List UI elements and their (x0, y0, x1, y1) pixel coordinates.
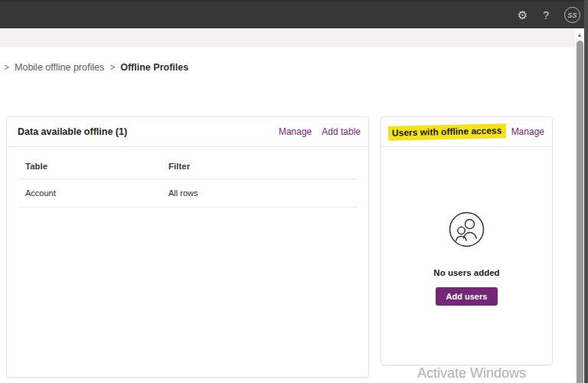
data-card-header: Data available offline (1) Manage Add ta… (7, 117, 368, 147)
users-offline-access-card: Users with offline access Manage No user… (381, 116, 553, 365)
table-row[interactable]: Account All rows (18, 179, 358, 208)
data-card-title: Data available offline (1) (18, 126, 127, 137)
users-card-title-highlighted: Users with offline access (388, 123, 507, 140)
offline-tables-table: Table Filter Account All rows (18, 147, 358, 208)
chevron-right-icon: > (4, 62, 9, 73)
users-empty-state: No users added Add users (381, 147, 552, 306)
column-header-table: Table (25, 162, 168, 171)
people-icon (449, 211, 485, 250)
data-available-offline-card: Data available offline (1) Manage Add ta… (6, 116, 369, 378)
settings-gear-icon[interactable]: ⚙ (518, 9, 528, 21)
users-card-header: Users with offline access Manage (381, 117, 552, 147)
add-table-link[interactable]: Add table (322, 126, 361, 137)
top-bar: ⚙ ? SS (0, 0, 588, 28)
avatar[interactable]: SS (564, 7, 580, 23)
header-subband (0, 28, 576, 47)
scroll-up-icon[interactable]: ▲ (575, 32, 584, 38)
vertical-scrollbar-thumb[interactable] (577, 41, 583, 383)
manage-users-link[interactable]: Manage (511, 126, 544, 137)
breadcrumb: > Mobile offline profiles > Offline Prof… (4, 62, 188, 73)
no-users-message: No users added (433, 268, 499, 277)
help-icon[interactable]: ? (543, 10, 549, 21)
window-right-edge (584, 0, 588, 383)
add-users-button[interactable]: Add users (436, 287, 498, 306)
chevron-right-icon: > (109, 62, 115, 73)
activate-windows-watermark: Activate Windows (417, 365, 526, 381)
breadcrumb-item-offline-profiles: Offline Profiles (120, 62, 188, 73)
manage-tables-link[interactable]: Manage (279, 126, 312, 137)
column-header-filter: Filter (168, 162, 350, 171)
breadcrumb-item-mobile-offline-profiles[interactable]: Mobile offline profiles (15, 62, 104, 73)
table-header-row: Table Filter (18, 147, 358, 179)
cell-filter-value: All rows (168, 188, 350, 198)
cell-table-name: Account (25, 188, 168, 198)
